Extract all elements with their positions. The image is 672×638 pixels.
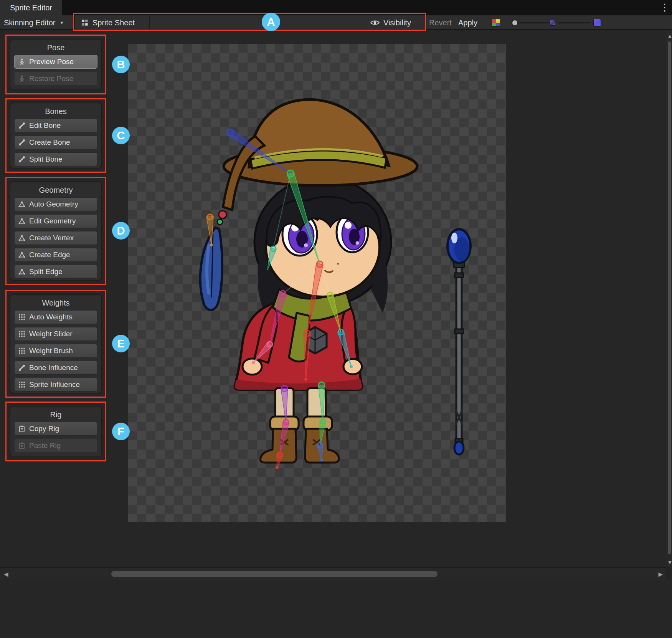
rig-panel-title: Rig <box>10 409 101 420</box>
auto-geometry-button[interactable]: Auto Geometry <box>14 197 97 211</box>
vertical-scrollbar[interactable]: ▲ ▼ <box>666 31 672 567</box>
edit-geometry-icon <box>18 217 26 225</box>
bones-panel-title: Bones <box>10 106 101 117</box>
annotation-box-d: Geometry Auto Geometry Edit Geometry Cre… <box>5 177 106 285</box>
character-art <box>200 99 417 463</box>
split-edge-button[interactable]: Split Edge <box>14 265 97 279</box>
scroll-up-icon[interactable]: ▲ <box>667 33 672 39</box>
create-bone-button[interactable]: Create Bone <box>14 136 97 149</box>
sprite-influence-icon <box>18 381 26 388</box>
weight-brush-button[interactable]: Weight Brush <box>14 344 97 358</box>
annotation-badge-a: A <box>262 13 280 31</box>
toolbar-slider-knob[interactable] <box>512 20 518 26</box>
apply-button[interactable]: Apply <box>458 15 477 30</box>
edit-geometry-button[interactable]: Edit Geometry <box>14 214 97 228</box>
horizontal-scrollbar[interactable]: ◀ ▶ <box>0 567 666 580</box>
copy-rig-icon <box>18 425 26 433</box>
vertical-scrollbar-thumb[interactable] <box>668 41 671 554</box>
annotation-box-a <box>73 13 426 31</box>
paste-rig-button: Paste Rig <box>14 439 97 453</box>
staff-art <box>447 229 471 455</box>
scroll-down-icon[interactable]: ▼ <box>667 559 672 565</box>
create-bone-icon <box>18 139 26 146</box>
chevron-down-icon: ▼ <box>60 20 64 25</box>
revert-button: Revert <box>429 15 452 30</box>
create-edge-button[interactable]: Create Edge <box>14 248 97 262</box>
kebab-menu-icon[interactable]: ⋮ <box>659 1 670 14</box>
skinning-editor-label: Skinning Editor <box>4 18 56 27</box>
toolbar-slider[interactable] <box>510 22 549 23</box>
edit-bone-icon <box>18 122 26 129</box>
annotation-badge-e: E <box>112 335 130 352</box>
create-edge-icon <box>18 251 26 259</box>
annotation-badge-b: B <box>112 56 130 73</box>
geometry-panel: Geometry Auto Geometry Edit Geometry Cre… <box>10 181 102 281</box>
edit-bone-button[interactable]: Edit Bone <box>14 119 97 132</box>
annotation-badge-d: D <box>112 222 130 240</box>
gradient-swatch-icon[interactable] <box>550 20 555 26</box>
geometry-panel-title: Geometry <box>10 184 101 196</box>
sprite-editor-window: { "window": { "tab_title": "Sprite Edito… <box>0 0 672 638</box>
gradient-swatch-icon-right[interactable] <box>593 19 601 26</box>
scrollbar-corner <box>666 567 672 580</box>
preview-pose-icon <box>18 58 26 66</box>
horizontal-scrollbar-thumb[interactable] <box>111 571 438 577</box>
scroll-left-icon[interactable]: ◀ <box>4 571 8 577</box>
annotation-box-b: Pose Preview Pose Restore Pose <box>5 35 106 94</box>
annotation-box-c: Bones Edit Bone Create Bone Split Bone <box>5 98 106 173</box>
bone-influence-icon <box>18 364 26 372</box>
restore-pose-button: Restore Pose <box>14 72 97 86</box>
annotation-badge-c: C <box>112 127 130 144</box>
tab-title: Sprite Editor <box>10 3 52 12</box>
rig-panel: Rig Copy Rig Paste Rig <box>10 406 102 457</box>
weights-panel-title: Weights <box>10 297 101 309</box>
bone-influence-button[interactable]: Bone Influence <box>14 361 97 375</box>
color-swatch-icon[interactable] <box>492 19 500 26</box>
restore-pose-icon <box>18 75 26 83</box>
weight-slider-icon <box>18 330 26 338</box>
split-edge-icon <box>18 268 26 276</box>
pose-panel-title: Pose <box>10 42 101 53</box>
annotation-box-e: Weights Auto Weights Weight Slider Weigh… <box>5 290 106 398</box>
tab-sprite-editor[interactable]: Sprite Editor <box>0 0 62 15</box>
annotation-badge-f: F <box>112 423 130 440</box>
skinning-editor-dropdown[interactable]: Skinning Editor ▼ <box>4 15 64 30</box>
character-sprite <box>128 44 506 522</box>
weights-panel: Weights Auto Weights Weight Slider Weigh… <box>10 294 102 393</box>
auto-weights-icon <box>18 313 26 321</box>
auto-weights-button[interactable]: Auto Weights <box>14 310 97 324</box>
weight-brush-icon <box>18 347 26 355</box>
copy-rig-button[interactable]: Copy Rig <box>14 422 97 436</box>
preview-pose-button[interactable]: Preview Pose <box>14 55 97 69</box>
split-bone-icon <box>18 155 26 163</box>
paste-rig-icon <box>18 442 26 450</box>
auto-geometry-icon <box>18 200 26 208</box>
pose-panel: Pose Preview Pose Restore Pose <box>10 39 102 90</box>
create-vertex-button[interactable]: Create Vertex <box>14 231 97 245</box>
create-vertex-icon <box>18 234 26 242</box>
sprite-influence-button[interactable]: Sprite Influence <box>14 378 97 392</box>
bones-panel: Bones Edit Bone Create Bone Split Bone <box>10 102 102 169</box>
sprite-canvas[interactable] <box>128 44 506 522</box>
toolbar-slider-2[interactable] <box>558 22 591 23</box>
scroll-right-icon[interactable]: ▶ <box>658 571 663 577</box>
weight-slider-button[interactable]: Weight Slider <box>14 327 97 341</box>
annotation-box-f: Rig Copy Rig Paste Rig <box>5 402 106 461</box>
split-bone-button[interactable]: Split Bone <box>14 152 97 166</box>
